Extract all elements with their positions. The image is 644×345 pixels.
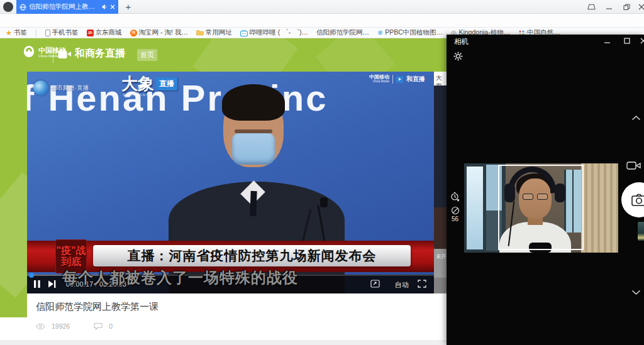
elephant-live-watermark: 大象 直播 — [121, 75, 177, 92]
bookmark-item[interactable]: ★书签 — [6, 28, 27, 37]
tab-title: 信阳师范学院网上教学第一课 — [29, 3, 99, 11]
video-info-section: 信阳师范学院网上教学第一课 19926 0 — [27, 293, 447, 340]
channel-watermark: 都市频道·直播 — [33, 80, 89, 96]
browser-minimize-button[interactable] — [601, 0, 616, 14]
nav-home-button[interactable]: 首页 — [137, 49, 157, 61]
browser-toolbar: https://hezhibo.migucloud.com/watch/RK1J… — [0, 14, 644, 28]
page-bottom-strip — [0, 340, 447, 345]
bookmark-item[interactable]: JD京东商城 — [87, 28, 122, 37]
browser-close-button[interactable] — [634, 0, 644, 14]
side-panel-gray-area — [434, 278, 447, 293]
browser-profile-avatar[interactable] — [3, 2, 13, 12]
header-divider — [53, 47, 53, 63]
camera-window-title: 相机 — [454, 37, 469, 47]
video-mode-icon[interactable] — [626, 161, 641, 170]
views-eye-icon — [36, 323, 45, 330]
window-pane — [467, 167, 483, 249]
bookmark-item[interactable]: 信阳师范学院网… — [316, 28, 369, 37]
bookmark-item[interactable]: 淘淘宝网 - 淘! 我… — [130, 28, 188, 37]
side-panel-dark-area — [434, 85, 447, 207]
video-stats: 19926 0 — [36, 322, 113, 330]
speaker-hair — [222, 84, 285, 121]
active-tab[interactable]: 信阳师范学院网上教学第一课 — [16, 0, 118, 14]
folder-icon — [196, 30, 204, 36]
speaker-face-mask — [232, 133, 275, 165]
camera-maximize-button[interactable] — [619, 35, 635, 47]
microphone-head — [320, 197, 328, 207]
star-icon: ★ — [6, 29, 12, 37]
new-tab-button[interactable]: + — [122, 0, 135, 14]
photo-timer-icon[interactable] — [450, 192, 460, 202]
side-panel-sliver: 大家 未开 — [434, 72, 447, 293]
bilibili-tv-icon — [240, 30, 248, 36]
tab-close-icon[interactable] — [110, 4, 115, 9]
page-left-background — [0, 72, 27, 317]
snowflake-icon: ❄ — [377, 29, 383, 37]
camera-minimize-button[interactable] — [599, 35, 615, 47]
chevron-up-icon[interactable] — [631, 115, 641, 121]
bookmark-item[interactable]: ❄PPBC中国植物图… — [377, 28, 443, 37]
side-panel-thumb-area — [434, 207, 447, 249]
comments-icon — [94, 322, 103, 330]
video-player[interactable]: f Henan Provinc 都市频道·直播 大象 直播 ELEPHANT L… — [27, 72, 434, 293]
chevron-down-icon[interactable] — [631, 290, 641, 295]
channel-logo-icon — [33, 80, 48, 96]
phone-icon — [45, 30, 50, 36]
webcam-feed — [464, 163, 618, 253]
jd-icon: JD — [87, 30, 94, 36]
site-favicon-globe-icon — [19, 4, 26, 11]
tab-audio-icon[interactable] — [101, 4, 108, 10]
curtain — [581, 163, 618, 253]
next-button[interactable] — [48, 280, 56, 288]
browser-restore-button[interactable] — [619, 0, 634, 14]
shutter-button[interactable] — [621, 182, 644, 217]
pause-button[interactable] — [33, 280, 41, 288]
camera-close-button[interactable] — [635, 35, 644, 47]
brightness-icon[interactable] — [451, 206, 460, 215]
video-subtitle: 每个人都被卷入了一场特殊的战役 — [62, 268, 414, 288]
chat-tab-fragment[interactable]: 大家 — [434, 72, 447, 85]
bookmark-item[interactable]: 手机书签 — [45, 28, 79, 37]
camera-focus-frame — [498, 165, 584, 250]
bookmark-divider: | — [35, 29, 37, 36]
views-count: 19926 — [52, 322, 70, 330]
site-header: 中国移动China Mobile 和商务直播 首页 — [0, 38, 447, 72]
camera-settings-gear-icon[interactable] — [453, 51, 464, 62]
progress-playhead[interactable] — [29, 273, 34, 278]
bookmark-item[interactable]: 哔哩哔哩 ( ゜- ゜)… — [240, 28, 308, 37]
comments-count: 0 — [109, 322, 113, 330]
video-page-title: 信阳师范学院网上教学第一课 — [36, 301, 158, 313]
browser-tab-bar: 信阳师范学院网上教学第一课 + — [0, 0, 644, 14]
taobao-icon: 淘 — [130, 30, 137, 36]
speaker-tie — [250, 191, 257, 216]
photo-preview-thumbnail[interactable] — [638, 222, 644, 241]
camera-app-window: 相机 56 — [447, 35, 644, 345]
browser-theme-icon[interactable] — [584, 0, 599, 14]
top-right-watermark: 中国移动China Mobile 和直播 — [369, 75, 425, 84]
fullscreen-icon[interactable] — [418, 280, 426, 288]
elephant-live-subtext: ELEPHANT LIVE — [123, 93, 162, 97]
side-panel-status-fragment: 未开 — [434, 249, 447, 278]
live-brand-logo: 和商务直播 — [58, 47, 125, 60]
news-banner-text: 直播：河南省疫情防控第九场新闻发布会 — [93, 245, 411, 266]
brightness-value: 56 — [452, 216, 458, 222]
play-badge-icon — [396, 76, 403, 83]
bookmark-item[interactable]: 常用网址 — [196, 28, 232, 37]
